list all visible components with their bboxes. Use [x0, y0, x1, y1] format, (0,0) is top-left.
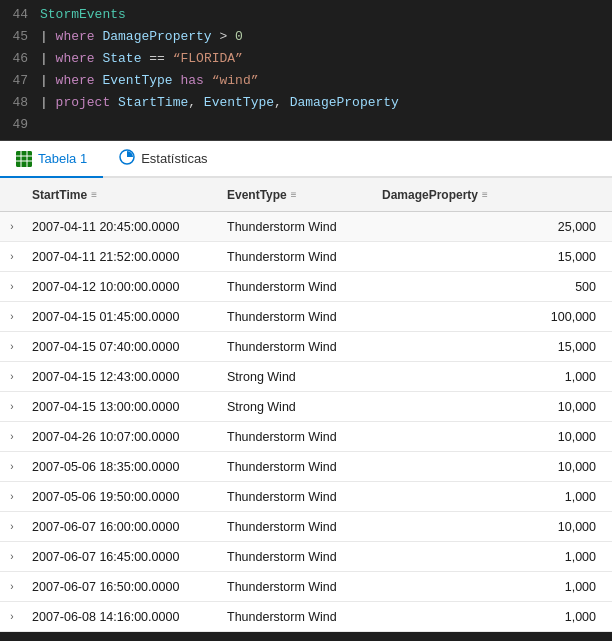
- line-content: StormEvents: [40, 4, 612, 26]
- cell-damageproperty: 15,000: [374, 242, 612, 272]
- cell-eventtype: Thunderstorm Wind: [219, 512, 374, 542]
- table-row[interactable]: ›2007-06-07 16:00:00.0000Thunderstorm Wi…: [0, 512, 612, 542]
- row-expand-button[interactable]: ›: [0, 512, 24, 542]
- table-row[interactable]: ›2007-06-07 16:50:00.0000Thunderstorm Wi…: [0, 572, 612, 602]
- code-token: where: [56, 73, 95, 88]
- row-expand-button[interactable]: ›: [0, 302, 24, 332]
- line-number: 46: [0, 48, 40, 70]
- row-expand-button[interactable]: ›: [0, 212, 24, 242]
- table-row[interactable]: ›2007-04-15 12:43:00.0000Strong Wind1,00…: [0, 362, 612, 392]
- cell-damageproperty: 10,000: [374, 392, 612, 422]
- cell-starttime: 2007-05-06 18:35:00.0000: [24, 452, 219, 482]
- table-row[interactable]: ›2007-06-07 16:45:00.0000Thunderstorm Wi…: [0, 542, 612, 572]
- cell-starttime: 2007-04-11 21:52:00.0000: [24, 242, 219, 272]
- table-row[interactable]: ›2007-04-12 10:00:00.0000Thunderstorm Wi…: [0, 272, 612, 302]
- code-token: [110, 95, 118, 110]
- row-expand-button[interactable]: ›: [0, 482, 24, 512]
- line-number: 49: [0, 114, 40, 136]
- code-line: 44StormEvents: [0, 4, 612, 26]
- code-token: EventType: [204, 95, 274, 110]
- cell-starttime: 2007-05-06 19:50:00.0000: [24, 482, 219, 512]
- code-token: “FLORIDA”: [173, 51, 243, 66]
- svg-rect-0: [16, 151, 32, 167]
- row-expand-button[interactable]: ›: [0, 602, 24, 632]
- code-token: |: [40, 73, 56, 88]
- code-token: |: [40, 51, 56, 66]
- cell-damageproperty: 10,000: [374, 452, 612, 482]
- cell-damageproperty: 1,000: [374, 602, 612, 632]
- code-token: EventType: [102, 73, 172, 88]
- table-row[interactable]: ›2007-04-11 21:52:00.0000Thunderstorm Wi…: [0, 242, 612, 272]
- table-body: ›2007-04-11 20:45:00.0000Thunderstorm Wi…: [0, 212, 612, 632]
- table-row[interactable]: ›2007-05-06 19:50:00.0000Thunderstorm Wi…: [0, 482, 612, 512]
- code-token: ,: [274, 95, 290, 110]
- code-line: 49: [0, 114, 612, 136]
- tab-stats[interactable]: Estatísticas: [103, 141, 223, 178]
- table-row[interactable]: ›2007-04-15 01:45:00.0000Thunderstorm Wi…: [0, 302, 612, 332]
- col-header-damageproperty[interactable]: DamageProperty ≡: [374, 178, 612, 212]
- table-row[interactable]: ›2007-06-08 14:16:00.0000Thunderstorm Wi…: [0, 602, 612, 632]
- line-number: 45: [0, 26, 40, 48]
- line-content: | where EventType has “wind”: [40, 70, 612, 92]
- cell-damageproperty: 15,000: [374, 332, 612, 362]
- code-token: State: [102, 51, 141, 66]
- row-expand-button[interactable]: ›: [0, 242, 24, 272]
- line-content: | where DamageProperty > 0: [40, 26, 612, 48]
- code-token: StartTime: [118, 95, 188, 110]
- cell-damageproperty: 100,000: [374, 302, 612, 332]
- code-token: ,: [188, 95, 204, 110]
- tab-table[interactable]: Tabela 1: [0, 141, 103, 178]
- cell-eventtype: Thunderstorm Wind: [219, 242, 374, 272]
- code-line: 47| where EventType has “wind”: [0, 70, 612, 92]
- code-token: |: [40, 29, 56, 44]
- cell-damageproperty: 10,000: [374, 512, 612, 542]
- row-expand-button[interactable]: ›: [0, 332, 24, 362]
- table-row[interactable]: ›2007-04-15 13:00:00.0000Strong Wind10,0…: [0, 392, 612, 422]
- col-label-starttime: StartTime: [32, 188, 87, 202]
- line-number: 44: [0, 4, 40, 26]
- table-row[interactable]: ›2007-04-11 20:45:00.0000Thunderstorm Wi…: [0, 212, 612, 242]
- col-header-eventtype[interactable]: EventType ≡: [219, 178, 374, 212]
- col-header-starttime[interactable]: StartTime ≡: [24, 178, 219, 212]
- code-token: 0: [235, 29, 243, 44]
- row-expand-button[interactable]: ›: [0, 392, 24, 422]
- code-line: 46| where State == “FLORIDA”: [0, 48, 612, 70]
- row-expand-button[interactable]: ›: [0, 362, 24, 392]
- col-label-eventtype: EventType: [227, 188, 287, 202]
- row-expand-button[interactable]: ›: [0, 542, 24, 572]
- cell-starttime: 2007-04-15 13:00:00.0000: [24, 392, 219, 422]
- line-number: 47: [0, 70, 40, 92]
- cell-eventtype: Strong Wind: [219, 362, 374, 392]
- code-line: 45| where DamageProperty > 0: [0, 26, 612, 48]
- expand-col-header: [0, 178, 24, 212]
- table-row[interactable]: ›2007-04-26 10:07:00.0000Thunderstorm Wi…: [0, 422, 612, 452]
- cell-starttime: 2007-06-07 16:50:00.0000: [24, 572, 219, 602]
- code-token: [204, 73, 212, 88]
- cell-eventtype: Thunderstorm Wind: [219, 572, 374, 602]
- sort-icon-starttime[interactable]: ≡: [91, 189, 97, 200]
- cell-eventtype: Thunderstorm Wind: [219, 422, 374, 452]
- cell-damageproperty: 1,000: [374, 482, 612, 512]
- code-token: |: [40, 95, 56, 110]
- table-row[interactable]: ›2007-04-15 07:40:00.0000Thunderstorm Wi…: [0, 332, 612, 362]
- row-expand-button[interactable]: ›: [0, 272, 24, 302]
- sort-icon-damageproperty[interactable]: ≡: [482, 189, 488, 200]
- cell-starttime: 2007-04-11 20:45:00.0000: [24, 212, 219, 242]
- code-token: “wind”: [212, 73, 259, 88]
- cell-starttime: 2007-04-15 01:45:00.0000: [24, 302, 219, 332]
- cell-starttime: 2007-06-07 16:00:00.0000: [24, 512, 219, 542]
- results-table: StartTime ≡ EventType ≡ DamageProperty ≡…: [0, 178, 612, 632]
- code-token: DamageProperty: [290, 95, 399, 110]
- tab-label-stats: Estatísticas: [141, 151, 207, 166]
- code-token: StormEvents: [40, 7, 126, 22]
- sort-icon-eventtype[interactable]: ≡: [291, 189, 297, 200]
- cell-eventtype: Thunderstorm Wind: [219, 332, 374, 362]
- line-number: 48: [0, 92, 40, 114]
- row-expand-button[interactable]: ›: [0, 422, 24, 452]
- line-content: | where State == “FLORIDA”: [40, 48, 612, 70]
- table-row[interactable]: ›2007-05-06 18:35:00.0000Thunderstorm Wi…: [0, 452, 612, 482]
- cell-eventtype: Thunderstorm Wind: [219, 482, 374, 512]
- cell-starttime: 2007-06-07 16:45:00.0000: [24, 542, 219, 572]
- row-expand-button[interactable]: ›: [0, 572, 24, 602]
- row-expand-button[interactable]: ›: [0, 452, 24, 482]
